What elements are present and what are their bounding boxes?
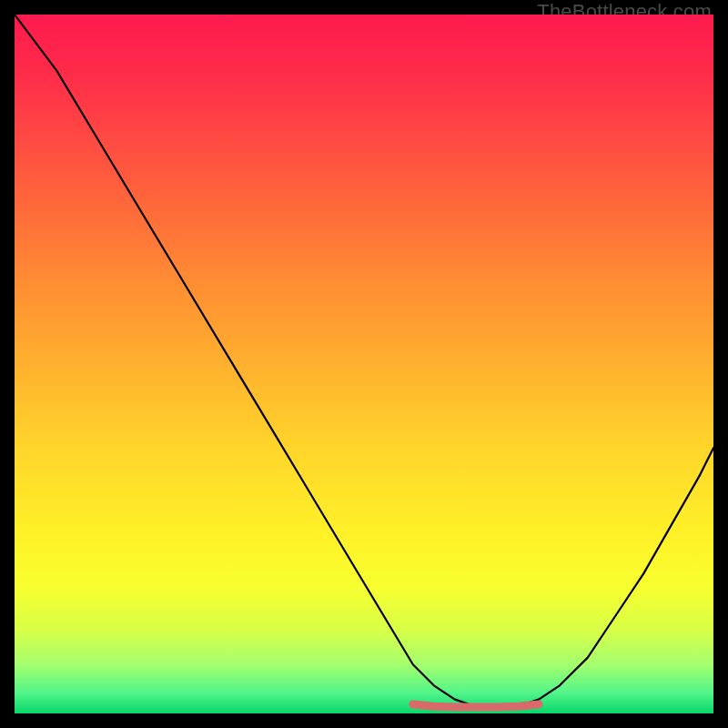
chart-svg xyxy=(15,15,713,713)
optimal-band-path xyxy=(413,704,539,707)
chart-frame: TheBottleneck.com xyxy=(0,0,728,728)
chart-plot-area xyxy=(15,15,713,713)
bottleneck-curve-path xyxy=(15,15,713,706)
